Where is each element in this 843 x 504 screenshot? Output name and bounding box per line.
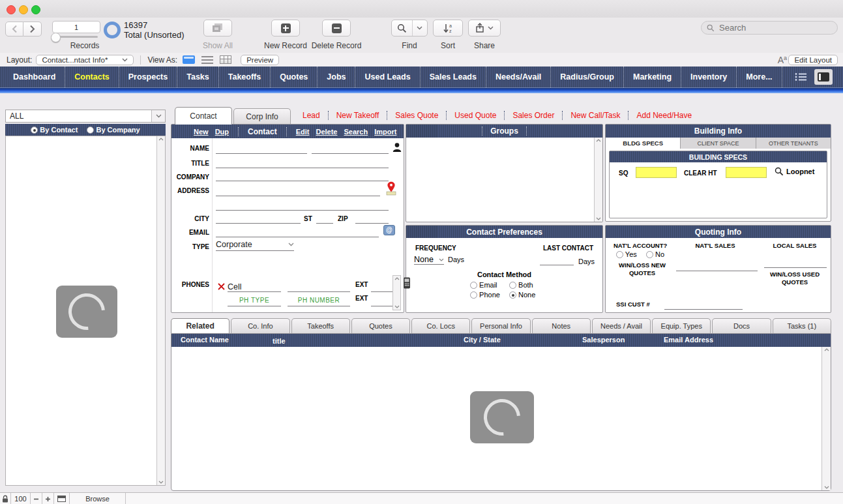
column-title[interactable]: title	[273, 337, 286, 345]
nav-tab-takeoffs[interactable]: Takeoffs	[219, 67, 271, 87]
tab-corp-info[interactable]: Corp Info	[233, 108, 291, 124]
share-button[interactable]	[468, 20, 501, 37]
edit-layout-button[interactable]: Edit Layout	[788, 55, 838, 65]
nav-tab-radius-group[interactable]: Radius/Group	[551, 67, 624, 87]
email-stamp-icon[interactable]: @	[383, 225, 395, 235]
scroll-down-arrow[interactable]	[393, 304, 400, 310]
import-contact-link[interactable]: Import	[374, 128, 396, 136]
phone-type-field[interactable]: Cell	[228, 279, 281, 292]
find-dropdown-button[interactable]	[413, 20, 427, 36]
mode-selector[interactable]: Browse	[70, 493, 126, 504]
type-select[interactable]: Corporate	[216, 238, 294, 251]
scroll-down-arrow[interactable]	[595, 216, 602, 222]
method-none-radio[interactable]: None	[509, 291, 535, 299]
scroll-down-arrow[interactable]	[822, 484, 831, 490]
sort-button[interactable]: a z	[433, 20, 463, 37]
scroll-up-arrow[interactable]	[157, 136, 165, 142]
last-name-field[interactable]	[312, 141, 389, 154]
local-sales-field[interactable]	[764, 256, 827, 268]
tab-contact[interactable]: Contact	[175, 107, 232, 125]
person-icon[interactable]	[392, 142, 402, 153]
mobile-phone-icon[interactable]	[403, 277, 411, 289]
tab-co-info[interactable]: Co. Info	[231, 318, 289, 333]
close-window-button[interactable]	[7, 5, 16, 14]
quick-link-add-need-have[interactable]: Add Need/Have	[629, 111, 700, 120]
scroll-up-arrow[interactable]	[595, 138, 602, 143]
formatting-bar-toggle[interactable]: Aa	[778, 55, 787, 65]
toolbar-toggle-button[interactable]	[54, 493, 70, 504]
nav-tab-sales-leads[interactable]: Sales Leads	[421, 67, 486, 87]
quick-search-field[interactable]	[701, 21, 838, 35]
quick-link-lead[interactable]: Lead	[295, 111, 329, 120]
quick-search-input[interactable]	[718, 22, 832, 33]
title-field[interactable]	[216, 156, 389, 168]
sq-field[interactable]	[636, 167, 677, 178]
tab-quotes[interactable]: Quotes	[351, 318, 410, 333]
dup-contact-link[interactable]: Dup	[215, 128, 229, 136]
zoom-lock-button[interactable]	[0, 493, 11, 504]
zip-field[interactable]	[355, 211, 389, 224]
quick-link-new-takeoff[interactable]: New Takeoff	[329, 111, 388, 120]
list-layout-icon[interactable]	[795, 72, 806, 82]
find-main-button[interactable]	[392, 20, 413, 36]
address-line2-field[interactable]	[216, 198, 389, 211]
previous-record-button[interactable]	[5, 22, 23, 37]
tab-takeoffs[interactable]: Takeoffs	[291, 318, 350, 333]
tab-other-tenants[interactable]: OTHER TENANTS	[756, 138, 831, 149]
map-pin-icon[interactable]	[385, 181, 397, 196]
tab-notes[interactable]: Notes	[532, 318, 591, 333]
tab-personal-info[interactable]: Personal Info	[471, 318, 530, 333]
tab-equip-types[interactable]: Equip. Types	[652, 318, 711, 333]
zoom-window-button[interactable]	[31, 5, 40, 14]
list-view-icon[interactable]	[201, 56, 213, 64]
contact-list[interactable]	[5, 136, 166, 486]
column-contact-name[interactable]: Contact Name	[181, 336, 229, 344]
quick-link-new-call-task[interactable]: New Call/Task	[563, 111, 629, 120]
method-both-radio[interactable]: Both	[509, 281, 533, 289]
groups-list[interactable]	[406, 138, 602, 222]
method-email-radio[interactable]: Email	[470, 281, 497, 289]
natl-sales-field[interactable]	[676, 259, 758, 271]
tab-co-locs[interactable]: Co. Locs	[411, 318, 470, 333]
preview-button[interactable]: Preview	[241, 55, 279, 65]
record-number-input[interactable]	[52, 21, 100, 33]
last-contact-field[interactable]	[540, 255, 574, 265]
st-field[interactable]	[316, 211, 333, 224]
tab-needs-avail[interactable]: Needs / Avail	[592, 318, 651, 333]
nav-tab-prospects[interactable]: Prospects	[119, 67, 177, 87]
new-contact-link[interactable]: New	[194, 128, 209, 136]
natl-account-yes-radio[interactable]: Yes	[616, 250, 637, 258]
scroll-down-arrow[interactable]	[157, 479, 165, 485]
zoom-out-button[interactable]	[31, 493, 42, 504]
nav-tab-contacts[interactable]: Contacts	[65, 67, 119, 87]
nav-tab-dashboard[interactable]: Dashboard	[4, 67, 65, 87]
scroll-up-arrow[interactable]	[822, 347, 831, 353]
edit-contact-link[interactable]: Edit	[296, 128, 310, 136]
nav-tab-marketing[interactable]: Marketing	[624, 67, 681, 87]
record-slider[interactable]	[52, 36, 98, 38]
by-company-radio[interactable]: By Company	[87, 126, 140, 134]
clear-ht-field[interactable]	[726, 167, 767, 178]
column-email-address[interactable]: Email Address	[664, 336, 713, 344]
quick-link-sales-quote[interactable]: Sales Quote	[387, 111, 447, 120]
method-phone-radio[interactable]: Phone	[470, 291, 500, 299]
nav-tab-inventory[interactable]: Inventory	[681, 67, 737, 87]
phones-scrollbar[interactable]	[392, 275, 401, 310]
first-name-field[interactable]	[216, 141, 307, 154]
tab-docs[interactable]: Docs	[712, 318, 771, 333]
layout-selector[interactable]: Contact...ntact Info*	[36, 55, 134, 65]
delete-contact-link[interactable]: Delete	[316, 128, 337, 136]
address-field[interactable]	[216, 183, 380, 196]
groups-scrollbar[interactable]	[594, 138, 602, 222]
by-contact-radio[interactable]: By Contact	[31, 126, 78, 134]
tab-tasks[interactable]: Tasks (1)	[773, 318, 831, 333]
table-view-icon[interactable]	[220, 55, 231, 64]
tab-client-space[interactable]: CLIENT SPACE	[681, 138, 756, 149]
nav-tab-needs-avail[interactable]: Needs/Avail	[486, 67, 551, 87]
form-layout-toggle-button[interactable]	[814, 69, 833, 85]
find-button[interactable]	[391, 20, 428, 37]
city-field[interactable]	[216, 211, 301, 224]
tab-related[interactable]: Related	[171, 318, 229, 333]
minimize-window-button[interactable]	[19, 5, 28, 14]
scroll-up-arrow[interactable]	[393, 276, 400, 282]
